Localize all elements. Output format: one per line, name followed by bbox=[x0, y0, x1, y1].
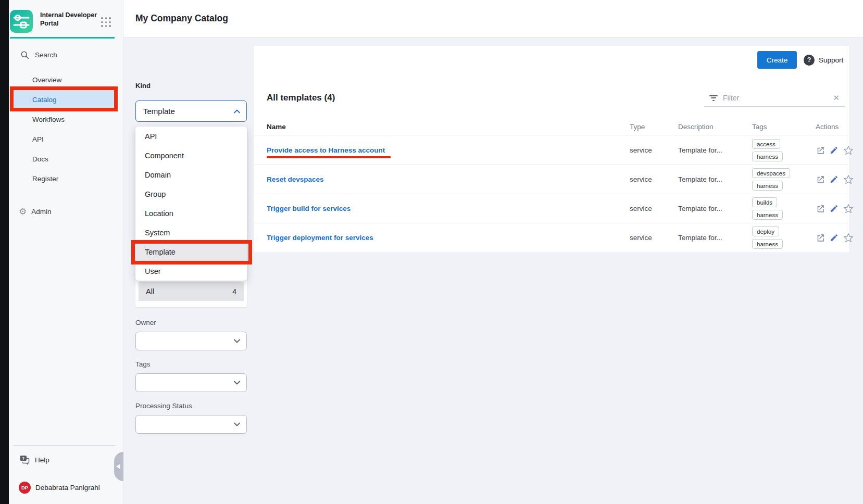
col-description: Description bbox=[678, 123, 752, 131]
type-cell: service bbox=[630, 205, 678, 212]
svg-text:?: ? bbox=[22, 456, 24, 461]
tag-pill: devspaces bbox=[752, 168, 790, 178]
description-cell: Template for... bbox=[678, 205, 752, 212]
sidebar-item-admin[interactable]: ⚙ Admin bbox=[14, 202, 114, 221]
sidebar-item-api[interactable]: API bbox=[14, 129, 114, 149]
avatar: DP bbox=[19, 482, 31, 494]
create-button[interactable]: Create bbox=[757, 51, 797, 69]
edit-pencil-icon[interactable] bbox=[830, 233, 839, 242]
chevron-up-icon bbox=[234, 109, 240, 114]
kind-option-api[interactable]: API bbox=[135, 127, 247, 146]
kind-all-count: 4 bbox=[232, 287, 236, 296]
star-icon[interactable] bbox=[843, 233, 854, 243]
tag-pill: deploy bbox=[752, 226, 779, 236]
kind-select[interactable]: Template bbox=[135, 100, 247, 122]
edit-pencil-icon[interactable] bbox=[830, 146, 839, 155]
kind-option-location[interactable]: Location bbox=[135, 204, 247, 223]
kind-option-user[interactable]: User bbox=[135, 261, 247, 281]
kind-select-value: Template bbox=[143, 107, 234, 116]
type-cell: service bbox=[630, 146, 678, 154]
help-chat-icon: ? bbox=[19, 455, 30, 465]
owner-select[interactable] bbox=[135, 332, 247, 350]
help-button[interactable]: ? Help bbox=[19, 452, 49, 468]
table-body: Provide access to Harness account servic… bbox=[254, 136, 849, 253]
kind-label: Kind bbox=[135, 82, 151, 90]
chevron-down-icon bbox=[234, 422, 240, 426]
tag-pill: harness bbox=[752, 181, 783, 191]
star-icon[interactable] bbox=[843, 204, 854, 214]
col-tags: Tags bbox=[752, 123, 816, 131]
tag-pill: harness bbox=[752, 239, 783, 249]
tag-pill: harness bbox=[752, 152, 783, 161]
kind-option-component[interactable]: Component bbox=[135, 146, 247, 165]
open-in-new-icon[interactable] bbox=[816, 233, 825, 243]
templates-card: Create ? Support All templates (4) ✕ Nam… bbox=[254, 46, 849, 253]
left-edge-strip bbox=[0, 0, 9, 504]
kind-option-domain[interactable]: Domain bbox=[135, 165, 247, 184]
description-cell: Template for... bbox=[678, 234, 752, 242]
sidebar-item-overview[interactable]: Overview bbox=[14, 70, 114, 90]
open-in-new-icon[interactable] bbox=[816, 175, 825, 184]
support-button[interactable]: ? Support bbox=[804, 53, 843, 67]
processing-status-label: Processing Status bbox=[135, 402, 192, 410]
sidebar-item-register[interactable]: Register bbox=[14, 169, 114, 188]
filter-icon bbox=[709, 95, 718, 101]
row-name-link[interactable]: Trigger build for services bbox=[267, 205, 351, 212]
sidebar-item-docs[interactable]: Docs bbox=[14, 149, 114, 169]
star-icon[interactable] bbox=[843, 145, 854, 156]
row-name-link[interactable]: Trigger deployment for services bbox=[267, 234, 373, 242]
sidebar-search[interactable]: Search bbox=[20, 48, 57, 61]
table-row: Provide access to Harness account servic… bbox=[254, 136, 849, 165]
tag-pill: access bbox=[752, 139, 780, 149]
description-cell: Template for... bbox=[678, 146, 752, 154]
sidebar-item-catalog[interactable]: Catalog bbox=[14, 90, 114, 109]
tag-pill: builds bbox=[752, 197, 777, 207]
clear-filter-icon[interactable]: ✕ bbox=[831, 93, 842, 103]
kind-option-system[interactable]: System bbox=[135, 223, 247, 242]
user-name: Debabrata Panigrahi bbox=[35, 484, 100, 492]
open-in-new-icon[interactable] bbox=[816, 204, 825, 213]
row-name-link[interactable]: Reset devspaces bbox=[267, 175, 324, 183]
brand[interactable]: Internal Developer Portal bbox=[10, 10, 117, 34]
question-circle-icon: ? bbox=[804, 55, 815, 66]
app-switcher-icon[interactable] bbox=[101, 17, 111, 27]
type-cell: service bbox=[630, 234, 678, 242]
templates-title: All templates (4) bbox=[267, 93, 335, 103]
description-cell: Template for... bbox=[678, 175, 752, 183]
edit-pencil-icon[interactable] bbox=[830, 204, 839, 213]
kind-all-row[interactable]: All 4 bbox=[139, 282, 244, 301]
sidebar: Internal Developer Portal Search Overvie… bbox=[9, 0, 123, 504]
open-in-new-icon[interactable] bbox=[816, 146, 825, 155]
page-title: My Company Catalog bbox=[135, 13, 228, 24]
kind-option-template[interactable]: Template bbox=[135, 242, 247, 261]
filter-input[interactable] bbox=[723, 94, 826, 102]
sidebar-collapse-handle[interactable] bbox=[114, 452, 123, 481]
sidebar-item-workflows[interactable]: Workflows bbox=[14, 109, 114, 129]
chevron-down-icon bbox=[234, 381, 240, 385]
kind-option-group[interactable]: Group bbox=[135, 184, 247, 204]
row-name-link[interactable]: Provide access to Harness account bbox=[267, 146, 385, 154]
tag-pill: harness bbox=[752, 210, 783, 220]
edit-pencil-icon[interactable] bbox=[830, 175, 839, 184]
brand-accent-divider bbox=[10, 37, 115, 39]
col-type: Type bbox=[630, 123, 678, 131]
tags-label: Tags bbox=[135, 360, 151, 368]
search-label: Search bbox=[35, 51, 57, 59]
star-icon[interactable] bbox=[843, 174, 854, 185]
table-filter: ✕ bbox=[704, 90, 845, 107]
kind-dropdown: API Component Domain Group Location Syst… bbox=[135, 127, 247, 281]
page-header: My Company Catalog bbox=[123, 0, 863, 37]
processing-status-select[interactable] bbox=[135, 415, 247, 434]
chevron-down-icon bbox=[234, 339, 240, 343]
table-row: Trigger build for services service Templ… bbox=[254, 194, 849, 223]
annotation-underline-red bbox=[267, 156, 391, 158]
table-header: Name Type Description Tags Actions bbox=[254, 119, 849, 135]
search-icon bbox=[20, 51, 29, 59]
collapse-arrow-icon bbox=[116, 464, 120, 469]
brand-title: Internal Developer Portal bbox=[40, 11, 102, 28]
table-row: Trigger deployment for services service … bbox=[254, 223, 849, 253]
tags-select[interactable] bbox=[135, 373, 247, 392]
type-cell: service bbox=[630, 175, 678, 183]
user-menu[interactable]: DP Debabrata Panigrahi bbox=[19, 480, 100, 495]
owner-label: Owner bbox=[135, 319, 156, 326]
